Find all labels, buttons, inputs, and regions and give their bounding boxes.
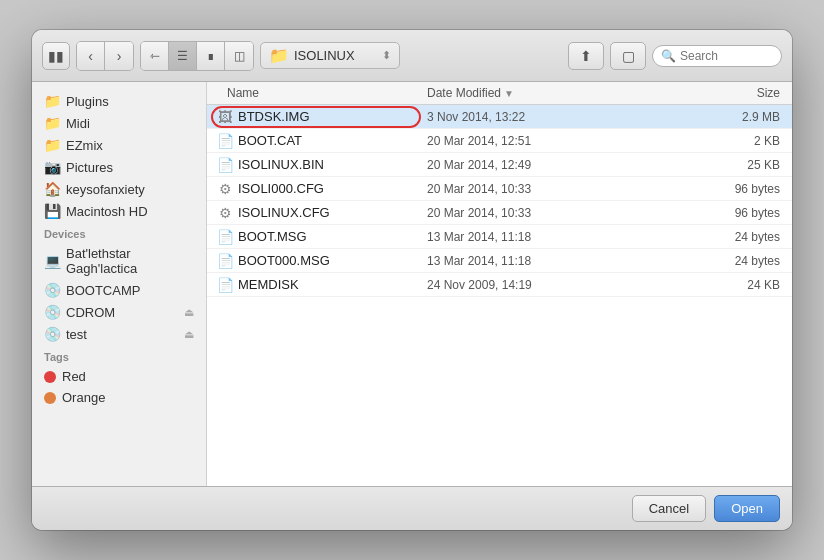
file-list: Name Date Modified ▼ Size 🖼 BTDSK.IMG 3 … xyxy=(207,82,792,486)
table-row[interactable]: 📄 ISOLINUX.BIN 20 Mar 2014, 12:49 25 KB xyxy=(207,153,792,177)
file-name: ISOLI000.CFG xyxy=(238,181,324,196)
nav-buttons: ‹ › xyxy=(76,41,134,71)
file-name: BOOT000.MSG xyxy=(238,253,330,268)
sidebar-item-plugins[interactable]: 📁 Plugins xyxy=(32,90,206,112)
folder-label: 📁 ISOLINUX xyxy=(269,46,355,65)
col-size-header[interactable]: Size xyxy=(712,86,792,100)
tags-section-label: Tags xyxy=(32,345,206,366)
sidebar-item-midi[interactable]: 📁 Midi xyxy=(32,112,206,134)
sidebar-item-label: Macintosh HD xyxy=(66,204,148,219)
file-name-cell: 📄 BOOT.MSG xyxy=(207,229,427,245)
view-buttons: ⇽ ☰ ∎ ◫ xyxy=(140,41,254,71)
sidebar-item-macintosh-hd[interactable]: 💾 Macintosh HD xyxy=(32,200,206,222)
sidebar-toggle-button[interactable]: ▮▮ xyxy=(42,42,70,70)
device-label: Bat'lethstar Gagh'lactica xyxy=(66,246,194,276)
file-icon: ⚙ xyxy=(217,205,233,221)
cancel-button[interactable]: Cancel xyxy=(632,495,706,522)
sort-arrow-icon: ▼ xyxy=(504,88,514,99)
file-icon: 🖼 xyxy=(217,109,233,125)
camera-icon: 📷 xyxy=(44,159,60,175)
sidebar-item-red-tag[interactable]: Red xyxy=(32,366,206,387)
table-row[interactable]: 📄 BOOT.MSG 13 Mar 2014, 11:18 24 bytes xyxy=(207,225,792,249)
table-row[interactable]: 📄 BOOT000.MSG 13 Mar 2014, 11:18 24 byte… xyxy=(207,249,792,273)
table-row[interactable]: ⚙ ISOLI000.CFG 20 Mar 2014, 10:33 96 byt… xyxy=(207,177,792,201)
tag-label: Orange xyxy=(62,390,105,405)
folder-icon: 📁 xyxy=(44,137,60,153)
devices-section-label: Devices xyxy=(32,222,206,243)
col-date-label: Date Modified xyxy=(427,86,501,100)
device-label: CDROM xyxy=(66,305,115,320)
file-name: BOOT.MSG xyxy=(238,229,307,244)
file-name-cell: ⚙ ISOLINUX.CFG xyxy=(207,205,427,221)
table-row[interactable]: 📄 MEMDISK 24 Nov 2009, 14:19 24 KB xyxy=(207,273,792,297)
tag-button[interactable]: ▢ xyxy=(610,42,646,70)
coverflow-view-button[interactable]: ◫ xyxy=(225,42,253,70)
column-view-button[interactable]: ∎ xyxy=(197,42,225,70)
share-button[interactable]: ⬆ xyxy=(568,42,604,70)
orange-tag-dot xyxy=(44,392,56,404)
disk-icon: 💿 xyxy=(44,304,60,320)
file-date-cell: 13 Mar 2014, 11:18 xyxy=(427,230,712,244)
file-name: BOOT.CAT xyxy=(238,133,302,148)
share-icon: ⬆ xyxy=(580,48,592,64)
file-icon: 📄 xyxy=(217,277,233,293)
file-icon: 📄 xyxy=(217,133,233,149)
search-box[interactable]: 🔍 xyxy=(652,45,782,67)
disk-icon: 💿 xyxy=(44,282,60,298)
file-size-cell: 25 KB xyxy=(712,158,792,172)
sidebar-item-pictures[interactable]: 📷 Pictures xyxy=(32,156,206,178)
list-view-button[interactable]: ☰ xyxy=(169,42,197,70)
col-date-header[interactable]: Date Modified ▼ xyxy=(427,86,712,100)
table-row[interactable]: 📄 BOOT.CAT 20 Mar 2014, 12:51 2 KB xyxy=(207,129,792,153)
file-icon: 📄 xyxy=(217,157,233,173)
folder-icon: 📁 xyxy=(44,93,60,109)
file-date-cell: 20 Mar 2014, 12:51 xyxy=(427,134,712,148)
folder-nav-chevron: ⬍ xyxy=(382,49,391,62)
sidebar: 📁 Plugins 📁 Midi 📁 EZmix 📷 Pictures 🏠 ke… xyxy=(32,82,207,486)
sidebar-item-test[interactable]: 💿 test ⏏ xyxy=(32,323,206,345)
file-date-cell: 20 Mar 2014, 10:33 xyxy=(427,182,712,196)
table-row[interactable]: 🖼 BTDSK.IMG 3 Nov 2014, 13:22 2.9 MB xyxy=(207,105,792,129)
laptop-icon: 💻 xyxy=(44,253,60,269)
folder-icon: 📁 xyxy=(269,46,289,65)
sidebar-item-batleth[interactable]: 💻 Bat'lethstar Gagh'lactica xyxy=(32,243,206,279)
search-input[interactable] xyxy=(680,49,770,63)
table-row[interactable]: ⚙ ISOLINUX.CFG 20 Mar 2014, 10:33 96 byt… xyxy=(207,201,792,225)
tag-icon: ▢ xyxy=(622,48,635,64)
col-name-header[interactable]: Name xyxy=(207,86,427,100)
folder-nav[interactable]: 📁 ISOLINUX ⬍ xyxy=(260,42,400,69)
device-label: BOOTCAMP xyxy=(66,283,140,298)
eject-icon[interactable]: ⏏ xyxy=(184,306,194,319)
file-size-cell: 2.9 MB xyxy=(712,110,792,124)
file-name-cell: 🖼 BTDSK.IMG xyxy=(207,109,427,125)
back-button[interactable]: ‹ xyxy=(77,42,105,70)
sidebar-item-ezmix[interactable]: 📁 EZmix xyxy=(32,134,206,156)
file-date-cell: 20 Mar 2014, 12:49 xyxy=(427,158,712,172)
file-name-cell: 📄 BOOT000.MSG xyxy=(207,253,427,269)
file-size-cell: 96 bytes xyxy=(712,206,792,220)
file-name: ISOLINUX.CFG xyxy=(238,205,330,220)
sidebar-item-label: Plugins xyxy=(66,94,109,109)
sidebar-toggle-icon: ▮▮ xyxy=(48,48,64,64)
sidebar-item-cdrom[interactable]: 💿 CDROM ⏏ xyxy=(32,301,206,323)
toolbar: ▮▮ ‹ › ⇽ ☰ ∎ ◫ 📁 xyxy=(32,30,792,82)
home-icon: 🏠 xyxy=(44,181,60,197)
sidebar-item-keysofanxiety[interactable]: 🏠 keysofanxiety xyxy=(32,178,206,200)
file-name-cell: 📄 BOOT.CAT xyxy=(207,133,427,149)
current-folder-name: ISOLINUX xyxy=(294,48,355,63)
sidebar-item-orange-tag[interactable]: Orange xyxy=(32,387,206,408)
eject-icon[interactable]: ⏏ xyxy=(184,328,194,341)
file-name-cell: 📄 MEMDISK xyxy=(207,277,427,293)
forward-button[interactable]: › xyxy=(105,42,133,70)
file-icon: 📄 xyxy=(217,229,233,245)
file-icon: ⚙ xyxy=(217,181,233,197)
icon-view-button[interactable]: ⇽ xyxy=(141,42,169,70)
file-size-cell: 24 bytes xyxy=(712,254,792,268)
search-icon: 🔍 xyxy=(661,49,676,63)
file-date-cell: 20 Mar 2014, 10:33 xyxy=(427,206,712,220)
open-button[interactable]: Open xyxy=(714,495,780,522)
disk-icon: 💿 xyxy=(44,326,60,342)
sidebar-item-label: keysofanxiety xyxy=(66,182,145,197)
sidebar-item-bootcamp[interactable]: 💿 BOOTCAMP xyxy=(32,279,206,301)
file-size-cell: 96 bytes xyxy=(712,182,792,196)
